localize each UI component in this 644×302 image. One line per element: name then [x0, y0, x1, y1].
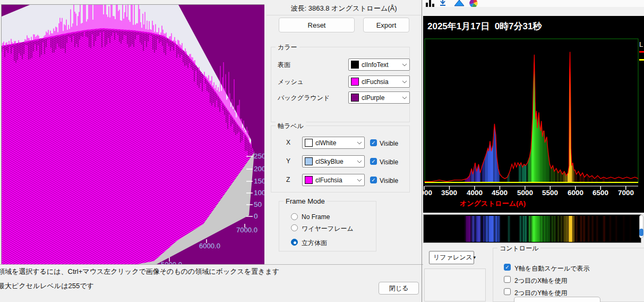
z-axis-color-select[interactable]: clFuchsia: [302, 174, 365, 186]
spectrum-tick-label: 6500: [592, 189, 609, 197]
z-axis-tick-label: 100: [254, 189, 264, 197]
spectrum-panel: L 2025年1月17日 0時7分31秒 3000 3500 4000 4500…: [423, 0, 644, 302]
mesh-color-value: clFuchsia: [362, 78, 399, 86]
spectrum-tick-label: 3000: [423, 189, 433, 197]
surface-color-value: clInfoText: [362, 61, 399, 69]
bar-chart-icon[interactable]: [426, 0, 434, 7]
autoscale-label: Y軸を自動スケールで表示: [514, 264, 589, 273]
color-swatch: [351, 94, 359, 102]
z-axis-visible-checkbox[interactable]: ✓: [370, 177, 377, 183]
spectrum-tick-label: 4000: [466, 189, 483, 197]
chevron-down-icon: [402, 96, 407, 99]
z-axis-color-label: Z: [286, 176, 290, 183]
x-axis-color-value: clWhite: [315, 139, 354, 147]
reset-button[interactable]: Reset: [279, 18, 355, 32]
strip-scrollbar-thumb[interactable]: [639, 229, 643, 236]
control-group: コントロール ✓ Y軸を自動スケールで表示 2つ目のX軸を使用 2つ目のY軸を使…: [493, 248, 644, 302]
download-arrow-icon[interactable]: [440, 0, 445, 6]
wireframe-label: ワイヤーフレーム: [302, 224, 354, 233]
y-axis-visible-label: Visible: [380, 158, 398, 166]
clipped-bottom-button[interactable]: [514, 297, 600, 302]
reference-subpanel: [424, 269, 486, 301]
status-line-1: 領域を選択するには、Ctrl+マウス左クリックで画像そのものの領域にボックスを置…: [0, 267, 279, 276]
color-group-title: カラー: [276, 43, 299, 52]
color-group: カラー 表面 clInfoText メッシュ clFuchsia バックグラウン…: [271, 47, 410, 122]
second-x-axis-label: 2つ目のX軸を使用: [514, 276, 568, 286]
background-color-select[interactable]: clPurple: [348, 91, 410, 104]
spectrum-tick-label: 5000: [517, 189, 534, 197]
x-axis-color-select[interactable]: clWhite: [302, 137, 365, 149]
z-axis-tick-label: 250: [254, 152, 264, 160]
z-axis-tick-label: 0: [254, 212, 264, 220]
color-swatch: [305, 176, 313, 184]
status-line-2: 最大ピクセルレベルは255です: [0, 281, 94, 291]
chevron-down-icon: [402, 80, 407, 83]
z-axis-tick-label: 50: [254, 200, 264, 208]
settings-pane: 波長: 3863.8 オングストローム(Å) Reset Export カラー …: [265, 0, 422, 264]
toolbar-icons: [425, 0, 488, 7]
color-swatch: [351, 78, 359, 86]
y-axis-visible-checkbox[interactable]: ✓: [370, 158, 377, 165]
dialog-right-edge: [422, 0, 422, 302]
mesh-color-select[interactable]: clFuchsia: [348, 76, 410, 88]
second-x-axis-checkbox[interactable]: [504, 276, 511, 283]
spectrum-plot-area[interactable]: L 2025年1月17日 0時7分31秒 3000 3500 4000 4500…: [423, 16, 644, 213]
x-axis-visible-checkbox[interactable]: ✓: [370, 139, 377, 146]
toolbar: [423, 0, 644, 7]
x-axis-visible-label: Visible: [380, 140, 398, 147]
spectrum-axis-title: オングストローム(A): [450, 199, 535, 208]
status-separator: [0, 264, 423, 265]
z-axis-tick-label: 200: [254, 165, 264, 173]
dialog-title: 波長: 3863.8 オングストローム(Å): [265, 4, 422, 13]
spectrum-strip: [423, 214, 641, 243]
control-group-title: コントロール: [497, 244, 540, 253]
screen: 7000.0 6000.0 5000.0 250 200 150 100 50 …: [0, 0, 644, 302]
chevron-down-icon: [357, 179, 362, 182]
background-color-label: バックグラウンド: [278, 94, 330, 103]
color-swatch: [351, 61, 359, 69]
title-separator: [267, 15, 421, 15]
no-frame-radio[interactable]: [291, 213, 298, 220]
cube-face-label: 立方体面: [302, 239, 327, 248]
y-axis-color-select[interactable]: clSkyBlue: [302, 155, 365, 167]
y-axis-color-label: Y: [286, 157, 290, 165]
close-button[interactable]: 閉じる: [379, 282, 419, 295]
frame-mode-group: Frame Mode No Frame ワイヤーフレーム 立方体面: [279, 201, 376, 251]
spectrum-tick-label: 3500: [441, 189, 458, 197]
surface-plot-canvas: [2, 5, 264, 265]
color-swatch: [305, 157, 313, 165]
x-axis-color-label: X: [286, 139, 290, 146]
z-axis-tick-label: 150: [254, 177, 264, 185]
surface-plot-3d[interactable]: 7000.0 6000.0 5000.0 250 200 150 100 50 …: [1, 4, 264, 265]
background-color-value: clPurple: [362, 94, 399, 102]
chevron-down-icon: [357, 160, 362, 163]
dropdown-arrow-icon: ▼: [473, 255, 477, 260]
axis-label-group: 軸ラベル X clWhite ✓ Visible Y clSkyBlue ✓ V…: [271, 125, 410, 192]
export-button[interactable]: Export: [363, 18, 409, 32]
spectrum-tick-label: 4500: [491, 189, 508, 197]
surface-color-label: 表面: [278, 61, 290, 70]
second-y-axis-checkbox[interactable]: [504, 288, 511, 295]
x-axis-tick-label: 6000.0: [192, 242, 227, 250]
chevron-down-icon: [357, 141, 362, 145]
triangle-icon[interactable]: [454, 0, 464, 6]
spectrum-plot-canvas: L: [423, 16, 644, 213]
no-frame-label: No Frame: [302, 213, 330, 221]
z-axis-color-value: clFuchsia: [315, 177, 354, 184]
frame-mode-title: Frame Mode: [284, 197, 327, 205]
rainbow-sphere-icon[interactable]: [469, 0, 477, 7]
reference-dropdown-value: リファレンス: [430, 253, 473, 262]
autoscale-checkbox[interactable]: ✓: [504, 264, 511, 271]
reference-dropdown[interactable]: リファレンス ▼: [429, 251, 474, 264]
x-axis-tick-label: 7000.0: [229, 226, 264, 234]
spectrum-tick-label: 7000: [617, 189, 634, 197]
axis-group-title: 軸ラベル: [276, 122, 306, 131]
cube-face-radio[interactable]: [291, 239, 298, 246]
wireframe-radio[interactable]: [291, 224, 298, 231]
datetime-label: 2025年1月17日 0時7分31秒: [427, 20, 542, 32]
z-axis-visible-label: Visible: [380, 177, 398, 184]
chevron-down-icon: [402, 63, 407, 66]
surface-color-select[interactable]: clInfoText: [348, 58, 410, 71]
y-axis-color-value: clSkyBlue: [315, 158, 354, 165]
mesh-color-label: メッシュ: [278, 78, 304, 87]
